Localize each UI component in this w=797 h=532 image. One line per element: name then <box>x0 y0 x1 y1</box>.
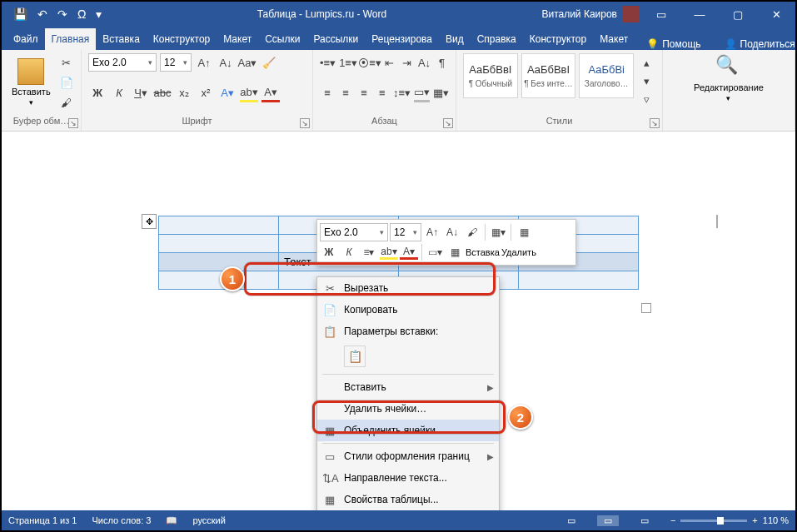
user-info[interactable]: Виталий Каиров <box>541 6 642 22</box>
style-heading1[interactable]: АаБбВіЗаголово… <box>579 53 634 98</box>
ctx-insert[interactable]: Вставить▶ <box>317 376 499 398</box>
status-words[interactable]: Число слов: 3 <box>92 515 151 525</box>
editing-button[interactable]: 🔍 Редактирование ▾ <box>690 52 767 104</box>
clipboard-launcher[interactable]: ↘ <box>68 118 78 128</box>
styles-more-button[interactable]: ▿ <box>637 90 655 108</box>
minimize-button[interactable]: — <box>680 2 719 27</box>
mini-font-name[interactable]: Exo 2.0▾ <box>320 223 388 241</box>
shrink-font-button[interactable]: A↓ <box>217 53 235 72</box>
ctx-merge-cells[interactable]: ▦Объединить ячейки <box>317 420 499 441</box>
ctx-text-direction[interactable]: ⇅AНаправление текста... <box>317 467 499 489</box>
zoom-control[interactable]: − + 110 % <box>670 515 789 525</box>
align-right-button[interactable]: ≡ <box>356 84 371 102</box>
strike-button[interactable]: abc <box>153 84 172 102</box>
subscript-button[interactable]: x₂ <box>175 84 193 102</box>
mini-grow-font[interactable]: A↑ <box>423 226 441 238</box>
sort-button[interactable]: A↓ <box>417 53 431 72</box>
mini-highlight[interactable]: ab▾ <box>380 246 398 260</box>
view-print-button[interactable]: ▭ <box>597 515 619 526</box>
italic-button[interactable]: К <box>110 84 128 102</box>
tab-design[interactable]: Конструктор <box>147 28 217 50</box>
decrease-indent-button[interactable]: ⇤ <box>382 53 396 72</box>
zoom-value[interactable]: 110 % <box>763 515 789 525</box>
tab-layout[interactable]: Макет <box>217 28 258 50</box>
paste-keep-source-button[interactable]: 📋 <box>344 346 366 367</box>
tab-mailings[interactable]: Рассылки <box>306 28 365 50</box>
style-nospacing[interactable]: АаБбВвІ¶ Без инте… <box>521 53 576 98</box>
align-left-button[interactable]: ≡ <box>320 84 335 102</box>
show-marks-button[interactable]: ¶ <box>435 53 449 72</box>
tab-references[interactable]: Ссылки <box>258 28 306 50</box>
ctx-copy[interactable]: 📄Копировать <box>317 299 499 321</box>
bold-button[interactable]: Ж <box>88 84 107 102</box>
zoom-slider[interactable] <box>680 520 747 522</box>
share-button[interactable]: 👤Поделиться <box>713 38 797 50</box>
mini-font-size[interactable]: 12▾ <box>390 223 421 241</box>
tab-file[interactable]: Файл <box>7 28 45 50</box>
superscript-button[interactable]: x² <box>197 84 215 102</box>
justify-button[interactable]: ≡ <box>375 84 390 102</box>
copy-button[interactable]: 📄 <box>57 73 76 92</box>
mini-align[interactable]: ≡▾ <box>360 246 378 258</box>
qat-more-icon[interactable]: ▾ <box>96 7 102 21</box>
highlight-button[interactable]: ab▾ <box>240 84 258 102</box>
undo-icon[interactable]: ↶ <box>37 7 47 21</box>
font-name-select[interactable]: Exo 2.0▾ <box>88 53 157 72</box>
tell-me[interactable]: 💡Помощь <box>635 38 712 50</box>
mini-bold[interactable]: Ж <box>320 246 338 258</box>
symbol-icon[interactable]: Ω <box>77 7 86 21</box>
mini-shading[interactable]: ▭▾ <box>426 246 444 258</box>
mini-borders[interactable]: ▦▾ <box>489 226 507 238</box>
numbering-button[interactable]: 1≡▾ <box>339 53 357 72</box>
status-language[interactable]: русский <box>192 515 225 525</box>
font-launcher[interactable]: ↘ <box>300 118 310 128</box>
ctx-border-styles[interactable]: ▭Стили оформления границ▶ <box>317 445 499 467</box>
tab-home[interactable]: Главная <box>45 28 97 50</box>
tab-insert[interactable]: Вставка <box>96 28 147 50</box>
ctx-table-props[interactable]: ▦Свойства таблицы... <box>317 489 499 510</box>
styles-down-button[interactable]: ▾ <box>637 72 655 90</box>
tab-table-design[interactable]: Конструктор <box>523 28 593 50</box>
styles-launcher[interactable]: ↘ <box>650 118 660 128</box>
mini-insert-button[interactable]: Вставка <box>466 247 500 257</box>
tab-view[interactable]: Вид <box>439 28 471 50</box>
redo-icon[interactable]: ↷ <box>57 7 67 21</box>
font-size-select[interactable]: 12▾ <box>160 53 192 72</box>
cut-button[interactable]: ✂ <box>57 53 76 72</box>
style-normal[interactable]: АаБбВвІ¶ Обычный <box>463 53 518 98</box>
clear-format-button[interactable]: 🧹 <box>260 53 278 72</box>
text-effects-button[interactable]: A▾ <box>218 84 237 102</box>
view-web-button[interactable]: ▭ <box>634 515 655 526</box>
ctx-cut[interactable]: ✂Вырезать <box>317 277 499 299</box>
tab-table-layout[interactable]: Макет <box>593 28 635 50</box>
mini-format-painter[interactable]: 🖌 <box>463 226 481 238</box>
line-spacing-button[interactable]: ↕≡▾ <box>393 84 411 102</box>
mini-italic[interactable]: К <box>340 246 358 258</box>
table-move-handle[interactable]: ✥ <box>142 214 157 229</box>
save-icon[interactable]: 💾 <box>13 7 27 21</box>
status-proof-icon[interactable]: 📖 <box>166 515 177 526</box>
multilevel-button[interactable]: ⦿≡▾ <box>361 53 379 72</box>
tab-review[interactable]: Рецензирова <box>365 28 439 50</box>
tab-help[interactable]: Справка <box>471 28 523 50</box>
view-read-button[interactable]: ▭ <box>560 515 582 526</box>
font-color-button[interactable]: A▾ <box>262 84 280 102</box>
close-button[interactable]: ✕ <box>757 2 795 27</box>
shading-button[interactable]: ▭▾ <box>414 84 430 102</box>
styles-up-button[interactable]: ▴ <box>637 53 655 72</box>
grow-font-button[interactable]: A↑ <box>195 53 213 72</box>
zoom-in-button[interactable]: + <box>752 515 757 525</box>
change-case-button[interactable]: Aa▾ <box>238 53 257 72</box>
zoom-out-button[interactable]: − <box>670 515 675 525</box>
borders-button[interactable]: ▦▾ <box>433 84 449 102</box>
mini-delete-button[interactable]: Удалить <box>501 247 536 257</box>
status-page[interactable]: Страница 1 из 1 <box>8 515 77 525</box>
mini-shrink-font[interactable]: A↓ <box>443 226 461 238</box>
paste-button[interactable]: Вставить ▾ <box>8 57 54 108</box>
table-resize-handle[interactable] <box>641 303 651 313</box>
increase-indent-button[interactable]: ⇥ <box>400 53 414 72</box>
ribbon-options-button[interactable]: ▭ <box>642 2 680 27</box>
bullets-button[interactable]: •≡▾ <box>320 53 336 72</box>
format-painter-button[interactable]: 🖌 <box>57 93 76 112</box>
ctx-delete-cells[interactable]: Удалить ячейки… <box>317 398 499 420</box>
